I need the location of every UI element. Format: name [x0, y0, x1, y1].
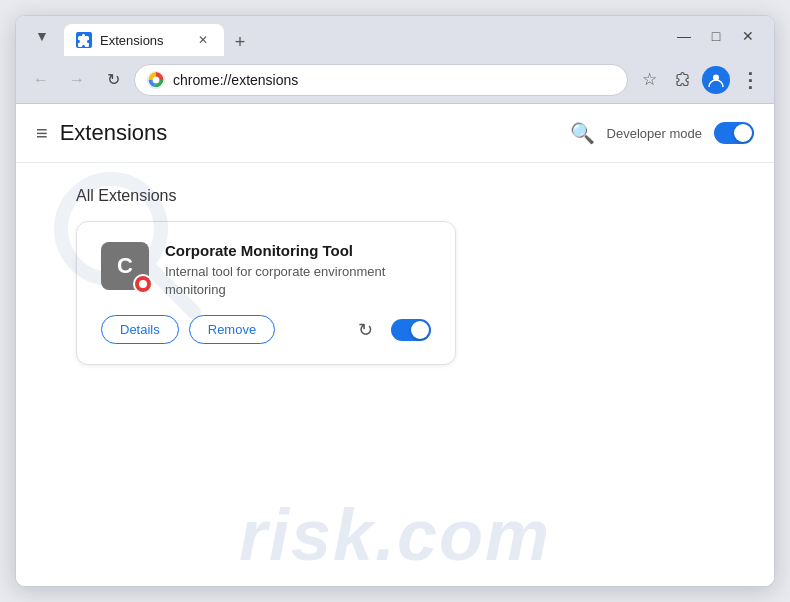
- tab-close-button[interactable]: ✕: [194, 31, 212, 49]
- profile-icon[interactable]: [702, 66, 730, 94]
- hamburger-menu-icon[interactable]: ≡: [36, 122, 48, 145]
- tab-switcher-button[interactable]: ▼: [28, 22, 56, 50]
- extension-card: C Corporate Monitoring Tool Internal too…: [76, 221, 456, 365]
- section-title: All Extensions: [76, 187, 714, 205]
- search-icon[interactable]: 🔍: [570, 121, 595, 145]
- navigation-bar: ← → ↻ chrome://extensions ☆: [16, 56, 774, 104]
- page-content: ≡ Extensions 🔍 Developer mode All Extens…: [16, 104, 774, 586]
- remove-button[interactable]: Remove: [189, 315, 275, 344]
- new-tab-button[interactable]: +: [226, 28, 254, 56]
- chrome-logo-icon: [147, 71, 165, 89]
- card-bottom: Details Remove ↻: [101, 315, 431, 344]
- back-button[interactable]: ←: [26, 65, 56, 95]
- details-button[interactable]: Details: [101, 315, 179, 344]
- browser-window: ▼ Extensions ✕ + — □ ✕ ← → ↻: [15, 15, 775, 587]
- extensions-body: All Extensions C Corporate Monitoring To…: [16, 163, 774, 389]
- active-tab[interactable]: Extensions ✕: [64, 24, 224, 56]
- developer-mode-label: Developer mode: [607, 126, 702, 141]
- extension-description: Internal tool for corporate environment …: [165, 263, 431, 299]
- minimize-button[interactable]: —: [670, 22, 698, 50]
- extensions-icon[interactable]: [668, 65, 698, 95]
- watermark-text: risk.com: [239, 494, 551, 576]
- forward-button[interactable]: →: [62, 65, 92, 95]
- extension-info: Corporate Monitoring Tool Internal tool …: [165, 242, 431, 299]
- window-controls: — □ ✕: [670, 22, 762, 50]
- close-button[interactable]: ✕: [734, 22, 762, 50]
- extension-enabled-toggle[interactable]: [391, 319, 431, 341]
- tab-title: Extensions: [100, 33, 186, 48]
- nav-right-icons: ☆ ⋮: [634, 65, 764, 95]
- address-bar[interactable]: chrome://extensions: [134, 64, 628, 96]
- svg-point-3: [153, 77, 159, 83]
- toggle-blue-knob: [411, 321, 429, 339]
- extension-name: Corporate Monitoring Tool: [165, 242, 431, 259]
- developer-mode-toggle[interactable]: [714, 122, 754, 144]
- tab-favicon-icon: [76, 32, 92, 48]
- extension-badge-inner: [139, 280, 147, 288]
- card-top: C Corporate Monitoring Tool Internal too…: [101, 242, 431, 299]
- maximize-button[interactable]: □: [702, 22, 730, 50]
- title-bar: ▼ Extensions ✕ + — □ ✕: [16, 16, 774, 56]
- address-text: chrome://extensions: [173, 72, 615, 88]
- extension-badge: [133, 274, 153, 294]
- reload-extension-icon[interactable]: ↻: [358, 319, 373, 341]
- page-title: Extensions: [60, 120, 168, 146]
- toggle-knob: [734, 124, 752, 142]
- tab-bar: Extensions ✕ +: [64, 16, 666, 56]
- extensions-header: ≡ Extensions 🔍 Developer mode: [16, 104, 774, 163]
- reload-button[interactable]: ↻: [98, 65, 128, 95]
- header-right: 🔍 Developer mode: [570, 121, 754, 145]
- extension-icon-wrapper: C: [101, 242, 149, 290]
- menu-icon[interactable]: ⋮: [734, 65, 764, 95]
- bookmark-icon[interactable]: ☆: [634, 65, 664, 95]
- header-left: ≡ Extensions: [36, 120, 167, 146]
- extensions-page: ≡ Extensions 🔍 Developer mode All Extens…: [16, 104, 774, 586]
